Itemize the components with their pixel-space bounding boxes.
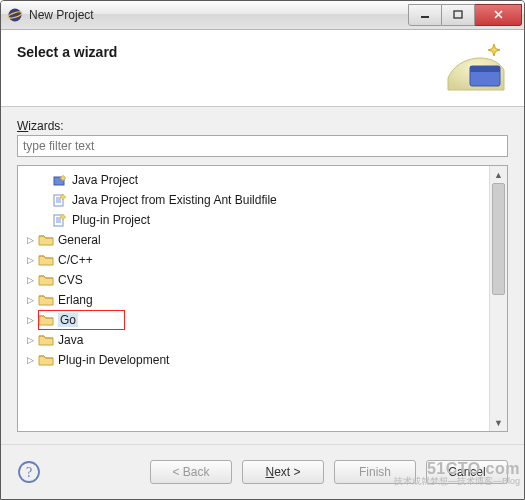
wizard-tree-container: Java ProjectJava Project from Existing A…: [17, 165, 508, 432]
folder-icon: [38, 232, 54, 248]
close-button[interactable]: [475, 4, 522, 26]
expand-icon[interactable]: ▷: [24, 335, 36, 345]
cancel-button[interactable]: Cancel: [426, 460, 508, 484]
scroll-down-arrow[interactable]: ▼: [490, 414, 507, 431]
next-button[interactable]: Next >: [242, 460, 324, 484]
tree-wizard-item[interactable]: Java Project: [20, 170, 487, 190]
tree-folder-item[interactable]: ▷C/C++: [20, 250, 487, 270]
tree-item-label: C/C++: [58, 253, 93, 267]
help-button[interactable]: ?: [17, 460, 41, 484]
window-controls: [408, 4, 522, 24]
titlebar[interactable]: New Project: [1, 1, 524, 30]
wizard-icon: [52, 192, 68, 208]
new-wizard-icon: [444, 44, 508, 96]
tree-folder-item[interactable]: ▷CVS: [20, 270, 487, 290]
tree-folder-item[interactable]: ▷Java: [20, 330, 487, 350]
dialog-banner: Select a wizard: [1, 30, 524, 107]
expand-icon[interactable]: ▷: [24, 355, 36, 365]
tree-item-label: Plug-in Development: [58, 353, 169, 367]
svg-rect-3: [454, 11, 462, 18]
folder-icon: [38, 292, 54, 308]
minimize-button[interactable]: [408, 4, 442, 26]
tree-folder-item[interactable]: ▷General: [20, 230, 487, 250]
tree-folder-item[interactable]: ▷Erlang: [20, 290, 487, 310]
folder-icon: [38, 352, 54, 368]
tree-item-label: Java Project: [72, 173, 138, 187]
back-button[interactable]: < Back: [150, 460, 232, 484]
folder-icon: [38, 272, 54, 288]
svg-rect-2: [421, 16, 429, 18]
tree-item-label: Erlang: [58, 293, 93, 307]
wizard-icon: [52, 172, 68, 188]
expand-icon[interactable]: ▷: [24, 315, 36, 325]
folder-icon: [38, 312, 54, 328]
window-title: New Project: [29, 8, 408, 22]
wizard-icon: [52, 212, 68, 228]
eclipse-icon: [7, 7, 23, 23]
scroll-up-arrow[interactable]: ▲: [490, 166, 507, 183]
maximize-button[interactable]: [442, 4, 475, 26]
svg-text:?: ?: [26, 465, 32, 480]
banner-title: Select a wizard: [17, 44, 444, 60]
expand-icon[interactable]: ▷: [24, 255, 36, 265]
svg-rect-5: [470, 66, 500, 72]
dialog-body: Wizards: Java ProjectJava Project from E…: [1, 107, 524, 444]
wizard-tree[interactable]: Java ProjectJava Project from Existing A…: [18, 166, 489, 431]
expand-icon[interactable]: ▷: [24, 235, 36, 245]
expand-icon[interactable]: ▷: [24, 295, 36, 305]
tree-item-label: Java: [58, 333, 83, 347]
wizard-filter-input[interactable]: [17, 135, 508, 157]
tree-folder-item[interactable]: ▷Plug-in Development: [20, 350, 487, 370]
wizards-label: Wizards:: [17, 119, 508, 133]
finish-button[interactable]: Finish: [334, 460, 416, 484]
scroll-thumb[interactable]: [492, 183, 505, 295]
folder-icon: [38, 252, 54, 268]
tree-wizard-item[interactable]: Java Project from Existing Ant Buildfile: [20, 190, 487, 210]
tree-wizard-item[interactable]: Plug-in Project: [20, 210, 487, 230]
new-project-dialog: New Project Select a wizard: [0, 0, 525, 500]
tree-item-label: CVS: [58, 273, 83, 287]
vertical-scrollbar[interactable]: ▲ ▼: [489, 166, 507, 431]
tree-item-label: Java Project from Existing Ant Buildfile: [72, 193, 277, 207]
tree-item-label: Go: [58, 313, 78, 327]
tree-folder-item[interactable]: ▷Go: [20, 310, 487, 330]
dialog-footer: ? < Back Next > Finish Cancel: [1, 444, 524, 499]
tree-item-label: General: [58, 233, 101, 247]
tree-item-label: Plug-in Project: [72, 213, 150, 227]
folder-icon: [38, 332, 54, 348]
expand-icon[interactable]: ▷: [24, 275, 36, 285]
